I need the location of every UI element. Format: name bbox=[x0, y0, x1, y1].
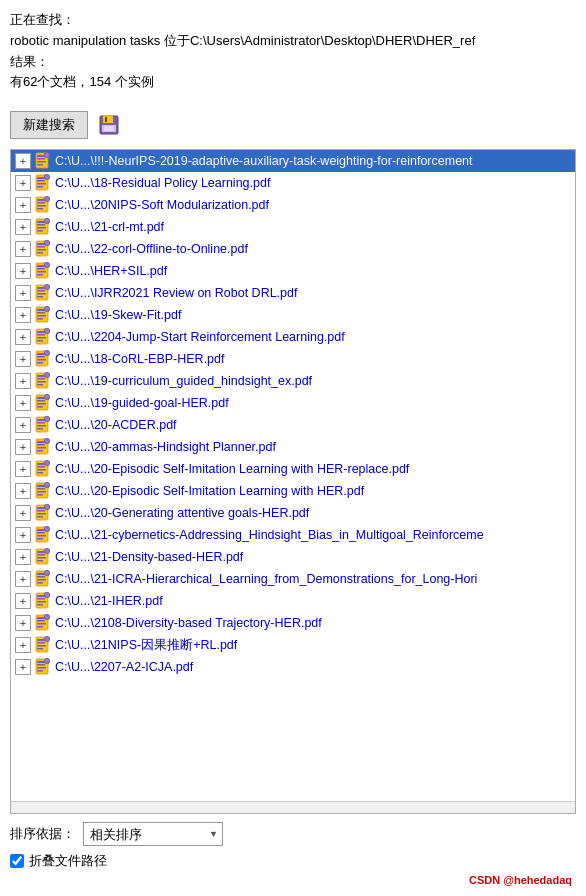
expand-button[interactable]: + bbox=[15, 219, 31, 235]
file-type-icon bbox=[34, 240, 52, 258]
svg-point-144 bbox=[45, 571, 49, 575]
file-item[interactable]: + C:\U...\20-Episodic Self-Imitation Lea… bbox=[11, 458, 575, 480]
svg-point-158 bbox=[45, 615, 49, 619]
expand-button[interactable]: + bbox=[15, 571, 31, 587]
file-path-text: C:\U...\21NIPS-因果推断+RL.pdf bbox=[55, 637, 237, 654]
expand-button[interactable]: + bbox=[15, 329, 31, 345]
expand-button[interactable]: + bbox=[15, 307, 31, 323]
file-type-icon bbox=[34, 152, 52, 170]
svg-rect-15 bbox=[37, 183, 46, 185]
svg-point-151 bbox=[45, 593, 49, 597]
expand-button[interactable]: + bbox=[15, 527, 31, 543]
file-item[interactable]: + C:\U...\20-Generating attentive goals-… bbox=[11, 502, 575, 524]
file-item[interactable]: + C:\U...\20NIPS-Soft Modularization.pdf bbox=[11, 194, 575, 216]
expand-button[interactable]: + bbox=[15, 483, 31, 499]
svg-rect-4 bbox=[104, 126, 114, 131]
file-type-icon bbox=[34, 284, 52, 302]
file-path-text: C:\U...\2207-A2-ICJA.pdf bbox=[55, 660, 193, 674]
file-item[interactable]: + C:\U...\19-Skew-Fit.pdf bbox=[11, 304, 575, 326]
file-item[interactable]: + C:\U...\21-IHER.pdf bbox=[11, 590, 575, 612]
svg-point-88 bbox=[45, 395, 49, 399]
file-path-text: C:\U...\21-IHER.pdf bbox=[55, 594, 163, 608]
expand-button[interactable]: + bbox=[15, 593, 31, 609]
file-item[interactable]: + C:\U...\21-cybernetics-Addressing_Hind… bbox=[11, 524, 575, 546]
svg-rect-107 bbox=[37, 472, 43, 474]
expand-button[interactable]: + bbox=[15, 175, 31, 191]
svg-rect-56 bbox=[37, 312, 45, 314]
file-item[interactable]: + C:\U...\20-Episodic Self-Imitation Lea… bbox=[11, 480, 575, 502]
save-icon bbox=[98, 114, 120, 136]
watermark: CSDN @hehedadaq bbox=[469, 874, 572, 886]
file-path-text: C:\U...\2108-Diversity-based Trajectory-… bbox=[55, 616, 322, 630]
file-path-text: C:\U...\20-Generating attentive goals-HE… bbox=[55, 506, 309, 520]
svg-rect-121 bbox=[37, 516, 43, 518]
expand-button[interactable]: + bbox=[15, 417, 31, 433]
expand-button[interactable]: + bbox=[15, 373, 31, 389]
expand-button[interactable]: + bbox=[15, 395, 31, 411]
svg-rect-100 bbox=[37, 450, 43, 452]
footer: CSDN @hehedadaq bbox=[10, 874, 576, 886]
new-search-button[interactable]: 新建搜索 bbox=[10, 111, 88, 139]
file-type-icon bbox=[34, 636, 52, 654]
svg-rect-71 bbox=[37, 359, 46, 361]
svg-rect-42 bbox=[37, 268, 45, 270]
svg-rect-36 bbox=[37, 249, 46, 251]
file-item[interactable]: + C:\U...\20-ACDER.pdf bbox=[11, 414, 575, 436]
file-item[interactable]: + C:\U...\IJRR2021 Review on Robot DRL.p… bbox=[11, 282, 575, 304]
svg-rect-142 bbox=[37, 582, 43, 584]
expand-button[interactable]: + bbox=[15, 505, 31, 521]
file-item[interactable]: + C:\U...\!!!-NeurIPS-2019-adaptive-auxi… bbox=[11, 150, 575, 172]
svg-rect-106 bbox=[37, 469, 46, 471]
expand-button[interactable]: + bbox=[15, 197, 31, 213]
svg-rect-50 bbox=[37, 293, 46, 295]
file-list[interactable]: + C:\U...\!!!-NeurIPS-2019-adaptive-auxi… bbox=[11, 150, 575, 801]
collapse-checkbox[interactable] bbox=[10, 854, 24, 868]
expand-button[interactable]: + bbox=[15, 659, 31, 675]
expand-button[interactable]: + bbox=[15, 549, 31, 565]
file-item[interactable]: + C:\U...\21NIPS-因果推断+RL.pdf bbox=[11, 634, 575, 656]
expand-button[interactable]: + bbox=[15, 615, 31, 631]
svg-rect-135 bbox=[37, 560, 43, 562]
file-item[interactable]: + C:\U...\21-ICRA-Hierarchical_Learning_… bbox=[11, 568, 575, 590]
file-path-text: C:\U...\19-Skew-Fit.pdf bbox=[55, 308, 181, 322]
search-info: 正在查找： robotic manipulation tasks 位于C:\Us… bbox=[10, 10, 576, 93]
collapse-label[interactable]: 折叠文件路径 bbox=[29, 852, 107, 870]
file-item[interactable]: + C:\U...\HER+SIL.pdf bbox=[11, 260, 575, 282]
expand-button[interactable]: + bbox=[15, 285, 31, 301]
horizontal-scrollbar[interactable] bbox=[11, 801, 575, 813]
file-item[interactable]: + C:\U...\21-crl-mt.pdf bbox=[11, 216, 575, 238]
file-item[interactable]: + C:\U...\18-CoRL-EBP-HER.pdf bbox=[11, 348, 575, 370]
file-item[interactable]: + C:\U...\21-Density-based-HER.pdf bbox=[11, 546, 575, 568]
sort-select[interactable]: 相关排序日期排序文件名排序 bbox=[83, 822, 223, 846]
file-type-icon bbox=[34, 438, 52, 456]
expand-button[interactable]: + bbox=[15, 241, 31, 257]
file-item[interactable]: + C:\U...\20-ammas-Hindsight Planner.pdf bbox=[11, 436, 575, 458]
svg-rect-64 bbox=[37, 337, 46, 339]
expand-button[interactable]: + bbox=[15, 351, 31, 367]
expand-button[interactable]: + bbox=[15, 637, 31, 653]
file-type-icon bbox=[34, 504, 52, 522]
results-label: 结果： bbox=[10, 52, 576, 73]
file-item[interactable]: + C:\U...\2108-Diversity-based Trajector… bbox=[11, 612, 575, 634]
svg-rect-154 bbox=[37, 620, 45, 622]
file-item[interactable]: + C:\U...\22-corl-Offline-to-Online.pdf bbox=[11, 238, 575, 260]
svg-rect-105 bbox=[37, 466, 45, 468]
file-path-text: C:\U...\21-ICRA-Hierarchical_Learning_fr… bbox=[55, 572, 477, 586]
svg-rect-149 bbox=[37, 604, 43, 606]
expand-button[interactable]: + bbox=[15, 461, 31, 477]
file-item[interactable]: + C:\U...\19-curriculum_guided_hindsight… bbox=[11, 370, 575, 392]
file-path-text: C:\U...\22-corl-Offline-to-Online.pdf bbox=[55, 242, 248, 256]
expand-button[interactable]: + bbox=[15, 153, 31, 169]
file-item[interactable]: + C:\U...\18-Residual Policy Learning.pd… bbox=[11, 172, 575, 194]
svg-rect-2 bbox=[105, 117, 107, 122]
file-path-text: C:\U...\18-CoRL-EBP-HER.pdf bbox=[55, 352, 225, 366]
save-button[interactable] bbox=[96, 112, 122, 138]
expand-button[interactable]: + bbox=[15, 263, 31, 279]
expand-button[interactable]: + bbox=[15, 439, 31, 455]
file-item[interactable]: + C:\U...\2207-A2-ICJA.pdf bbox=[11, 656, 575, 678]
svg-rect-1 bbox=[103, 116, 113, 123]
file-type-icon bbox=[34, 614, 52, 632]
svg-rect-169 bbox=[37, 667, 46, 669]
file-item[interactable]: + C:\U...\2204-Jump-Start Reinforcement … bbox=[11, 326, 575, 348]
file-item[interactable]: + C:\U...\19-guided-goal-HER.pdf bbox=[11, 392, 575, 414]
